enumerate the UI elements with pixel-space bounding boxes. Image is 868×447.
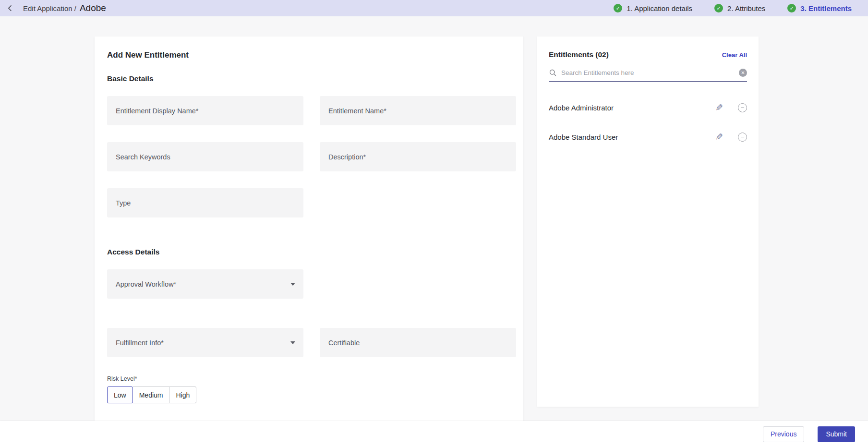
- step-application-details[interactable]: ✓ 1. Application details: [614, 4, 692, 12]
- approval-workflow-dropdown[interactable]: Approval Workflow*: [107, 269, 303, 299]
- step-label: 3. Entitlements: [800, 4, 852, 12]
- entitlements-title: Entitlements (02): [549, 50, 609, 59]
- search-icon: [549, 69, 557, 77]
- access-details-heading: Access Details: [107, 248, 511, 256]
- chevron-down-icon: [290, 283, 295, 286]
- wizard-stepper: ✓ 1. Application details ✓ 2. Attributes…: [614, 4, 852, 12]
- certifiable-field[interactable]: Certifiable: [320, 328, 516, 357]
- edit-pencil-icon[interactable]: ✎: [715, 132, 723, 143]
- type-field[interactable]: Type: [107, 188, 303, 217]
- submit-button[interactable]: Submit: [818, 426, 855, 442]
- breadcrumb: Edit Application / Adobe: [23, 3, 106, 13]
- breadcrumb-prefix: Edit Application /: [23, 4, 76, 12]
- risk-option-medium[interactable]: Medium: [133, 387, 170, 403]
- clear-search-icon[interactable]: ✕: [739, 69, 747, 77]
- step-complete-check-icon: ✓: [787, 4, 796, 12]
- entitlements-panel-header: Entitlements (02) Clear All: [549, 50, 747, 59]
- entitlements-panel: Entitlements (02) Clear All ✕ Adobe Admi…: [537, 36, 759, 407]
- entitlement-name: Adobe Administrator: [549, 104, 715, 112]
- field-placeholder: Certifiable: [328, 339, 360, 347]
- form-title: Add New Entitlement: [107, 50, 511, 60]
- risk-option-high[interactable]: High: [169, 387, 196, 403]
- clear-all-link[interactable]: Clear All: [722, 51, 747, 59]
- field-placeholder: Type: [116, 199, 131, 207]
- field-placeholder: Approval Workflow*: [116, 280, 176, 288]
- field-placeholder: Entitlement Name*: [328, 107, 386, 115]
- search-keywords-field[interactable]: Search Keywords: [107, 142, 303, 171]
- risk-level-label: Risk Level*: [107, 375, 511, 382]
- field-placeholder: Description*: [328, 153, 366, 161]
- field-placeholder: Entitlement Display Name*: [116, 107, 198, 115]
- edit-application-screen: Edit Application / Adobe ✓ 1. Applicatio…: [0, 0, 868, 447]
- entitlement-list-item: Adobe Standard User ✎ −: [549, 122, 747, 152]
- access-details-section: Access Details Approval Workflow* Fulfil…: [107, 248, 511, 403]
- risk-level-segmented-control: Low Medium High: [107, 387, 196, 403]
- application-name: Adobe: [80, 3, 106, 13]
- basic-details-grid: Entitlement Display Name* Entitlement Na…: [107, 96, 511, 217]
- risk-level-group: Risk Level* Low Medium High: [107, 375, 511, 403]
- add-entitlement-card: Add New Entitlement Basic Details Entitl…: [95, 36, 523, 421]
- step-complete-check-icon: ✓: [714, 4, 723, 12]
- step-label: 1. Application details: [627, 4, 692, 12]
- basic-details-heading: Basic Details: [107, 74, 511, 83]
- back-button[interactable]: [4, 2, 16, 14]
- risk-option-low[interactable]: Low: [107, 387, 133, 403]
- previous-button[interactable]: Previous: [763, 426, 804, 442]
- approval-workflow-row: Approval Workflow*: [107, 269, 511, 299]
- entitlements-search-bar: ✕: [549, 69, 747, 82]
- step-attributes[interactable]: ✓ 2. Attributes: [714, 4, 765, 12]
- description-field[interactable]: Description*: [320, 142, 516, 171]
- entitlement-list-item: Adobe Administrator ✎ −: [549, 93, 747, 122]
- edit-pencil-icon[interactable]: ✎: [715, 102, 723, 113]
- search-entitlements-input[interactable]: [561, 69, 735, 76]
- field-placeholder: Search Keywords: [116, 153, 170, 161]
- top-header-bar: Edit Application / Adobe ✓ 1. Applicatio…: [0, 0, 868, 16]
- footer-action-bar: Previous Submit: [0, 421, 868, 447]
- fulfillment-info-dropdown[interactable]: Fulfillment Info*: [107, 328, 303, 357]
- remove-minus-icon[interactable]: −: [738, 133, 747, 142]
- entitlement-display-name-field[interactable]: Entitlement Display Name*: [107, 96, 303, 125]
- step-label: 2. Attributes: [727, 4, 765, 12]
- remove-minus-icon[interactable]: −: [738, 103, 747, 112]
- entitlement-name: Adobe Standard User: [549, 133, 715, 141]
- field-placeholder: Fulfillment Info*: [116, 339, 164, 347]
- fulfillment-row: Fulfillment Info* Certifiable: [107, 328, 511, 357]
- step-complete-check-icon: ✓: [614, 4, 622, 12]
- entitlement-name-field[interactable]: Entitlement Name*: [320, 96, 516, 125]
- step-entitlements[interactable]: ✓ 3. Entitlements: [787, 4, 852, 12]
- chevron-down-icon: [290, 341, 295, 344]
- chevron-left-icon: [6, 4, 14, 12]
